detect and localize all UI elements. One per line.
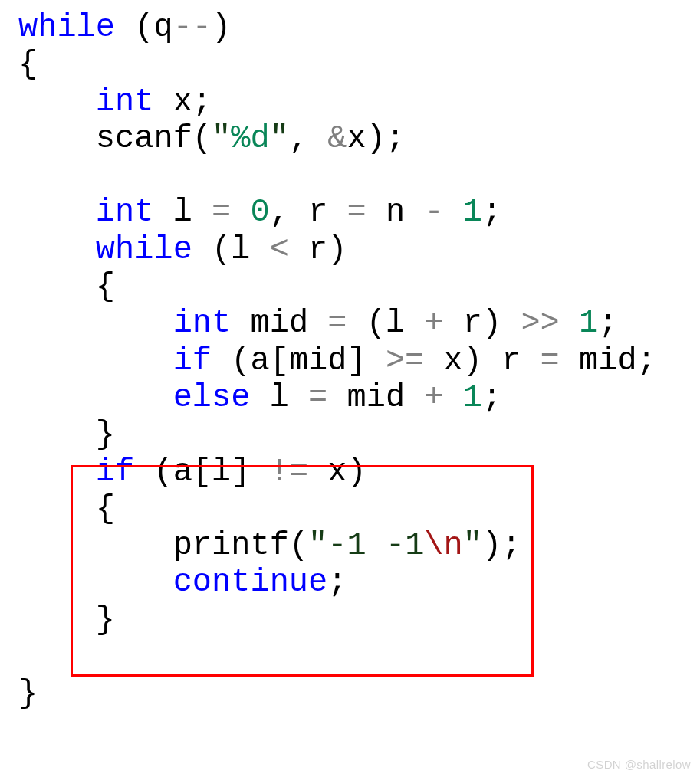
- brace-close: }: [18, 675, 38, 712]
- keyword-int: int: [96, 84, 154, 120]
- keyword-while: while: [18, 9, 115, 46]
- fn-printf: printf: [173, 527, 289, 564]
- watermark-text: CSDN @shallrelow: [587, 758, 691, 771]
- brace-open: {: [18, 46, 38, 83]
- fn-scanf: scanf: [96, 120, 192, 157]
- code-block: while (q--) { int x; scanf("%d", &x); in…: [0, 0, 700, 713]
